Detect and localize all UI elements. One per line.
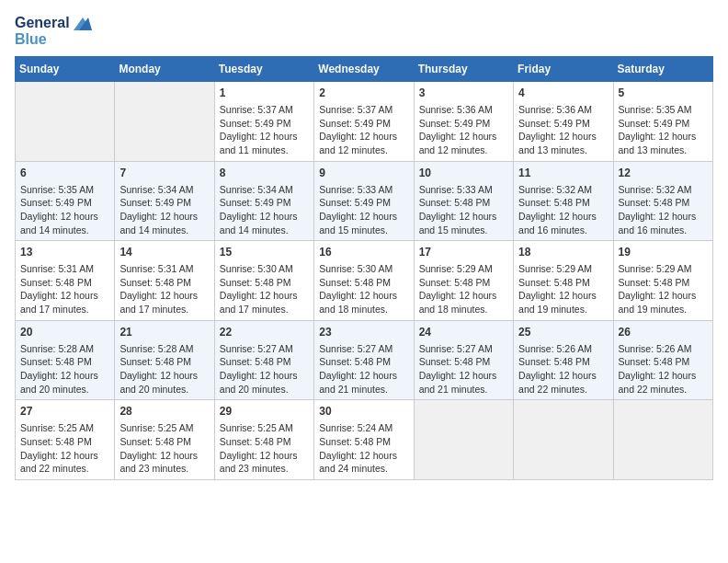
day-info: Sunrise: 5:30 AM Sunset: 5:48 PM Dayligh… <box>319 262 408 316</box>
day-info: Sunrise: 5:36 AM Sunset: 5:49 PM Dayligh… <box>518 103 608 157</box>
day-info: Sunrise: 5:27 AM Sunset: 5:48 PM Dayligh… <box>220 342 309 396</box>
day-info: Sunrise: 5:27 AM Sunset: 5:48 PM Dayligh… <box>419 342 508 396</box>
calendar-cell: 18Sunrise: 5:29 AM Sunset: 5:48 PM Dayli… <box>514 241 613 321</box>
calendar-cell: 19Sunrise: 5:29 AM Sunset: 5:48 PM Dayli… <box>613 241 712 321</box>
calendar-cell: 15Sunrise: 5:30 AM Sunset: 5:48 PM Dayli… <box>214 241 313 321</box>
calendar-cell: 17Sunrise: 5:29 AM Sunset: 5:48 PM Dayli… <box>414 241 513 321</box>
calendar-cell: 23Sunrise: 5:27 AM Sunset: 5:48 PM Dayli… <box>314 320 414 400</box>
calendar-cell: 2Sunrise: 5:37 AM Sunset: 5:49 PM Daylig… <box>314 82 414 162</box>
day-info: Sunrise: 5:37 AM Sunset: 5:49 PM Dayligh… <box>319 103 408 157</box>
calendar-body: 1Sunrise: 5:37 AM Sunset: 5:49 PM Daylig… <box>16 82 713 480</box>
calendar-week-row: 1Sunrise: 5:37 AM Sunset: 5:49 PM Daylig… <box>16 82 713 162</box>
calendar-week-row: 6Sunrise: 5:35 AM Sunset: 5:49 PM Daylig… <box>16 161 713 241</box>
calendar-table: SundayMondayTuesdayWednesdayThursdayFrid… <box>15 56 713 480</box>
day-number: 9 <box>319 166 408 181</box>
day-number: 8 <box>220 166 309 181</box>
day-number: 5 <box>619 86 708 101</box>
day-info: Sunrise: 5:24 AM Sunset: 5:48 PM Dayligh… <box>319 421 408 476</box>
calendar-cell: 3Sunrise: 5:36 AM Sunset: 5:49 PM Daylig… <box>414 82 513 162</box>
calendar-cell: 30Sunrise: 5:24 AM Sunset: 5:48 PM Dayli… <box>314 400 414 480</box>
day-info: Sunrise: 5:29 AM Sunset: 5:48 PM Dayligh… <box>419 262 508 316</box>
day-number: 20 <box>20 325 109 340</box>
logo-text-blue: Blue <box>15 31 92 48</box>
day-info: Sunrise: 5:30 AM Sunset: 5:48 PM Dayligh… <box>220 262 309 316</box>
day-info: Sunrise: 5:26 AM Sunset: 5:48 PM Dayligh… <box>518 342 608 396</box>
weekday-header-cell: Friday <box>514 57 613 82</box>
calendar-cell: 12Sunrise: 5:32 AM Sunset: 5:48 PM Dayli… <box>613 161 712 241</box>
day-number: 30 <box>319 404 408 419</box>
page-header: General Blue <box>15 15 713 47</box>
day-info: Sunrise: 5:36 AM Sunset: 5:49 PM Dayligh… <box>419 103 508 157</box>
calendar-cell <box>514 400 613 480</box>
day-number: 28 <box>119 404 209 419</box>
calendar-cell <box>613 400 712 480</box>
day-number: 19 <box>619 245 708 260</box>
day-info: Sunrise: 5:29 AM Sunset: 5:48 PM Dayligh… <box>619 262 708 316</box>
day-info: Sunrise: 5:26 AM Sunset: 5:48 PM Dayligh… <box>619 342 708 396</box>
calendar-cell: 20Sunrise: 5:28 AM Sunset: 5:48 PM Dayli… <box>16 320 115 400</box>
calendar-week-row: 27Sunrise: 5:25 AM Sunset: 5:48 PM Dayli… <box>16 400 713 480</box>
logo-arrow-icon <box>74 17 92 30</box>
calendar-cell: 8Sunrise: 5:34 AM Sunset: 5:49 PM Daylig… <box>214 161 313 241</box>
day-number: 22 <box>220 325 309 340</box>
calendar-cell: 27Sunrise: 5:25 AM Sunset: 5:48 PM Dayli… <box>16 400 115 480</box>
day-info: Sunrise: 5:35 AM Sunset: 5:49 PM Dayligh… <box>20 183 109 237</box>
calendar-cell: 16Sunrise: 5:30 AM Sunset: 5:48 PM Dayli… <box>314 241 414 321</box>
day-info: Sunrise: 5:25 AM Sunset: 5:48 PM Dayligh… <box>119 421 209 476</box>
calendar-cell: 21Sunrise: 5:28 AM Sunset: 5:48 PM Dayli… <box>115 320 214 400</box>
day-number: 17 <box>419 245 508 260</box>
day-number: 13 <box>20 245 109 260</box>
calendar-cell: 25Sunrise: 5:26 AM Sunset: 5:48 PM Dayli… <box>514 320 613 400</box>
day-info: Sunrise: 5:31 AM Sunset: 5:48 PM Dayligh… <box>119 262 209 316</box>
day-number: 27 <box>20 404 109 419</box>
weekday-header-cell: Wednesday <box>314 57 414 82</box>
day-info: Sunrise: 5:32 AM Sunset: 5:48 PM Dayligh… <box>619 183 708 237</box>
calendar-week-row: 13Sunrise: 5:31 AM Sunset: 5:48 PM Dayli… <box>16 241 713 321</box>
calendar-cell: 11Sunrise: 5:32 AM Sunset: 5:48 PM Dayli… <box>514 161 613 241</box>
day-info: Sunrise: 5:31 AM Sunset: 5:48 PM Dayligh… <box>20 262 109 316</box>
day-info: Sunrise: 5:28 AM Sunset: 5:48 PM Dayligh… <box>20 342 109 396</box>
weekday-header-cell: Thursday <box>414 57 513 82</box>
calendar-cell <box>115 82 214 162</box>
weekday-header-cell: Saturday <box>613 57 712 82</box>
day-number: 14 <box>119 245 209 260</box>
day-info: Sunrise: 5:25 AM Sunset: 5:48 PM Dayligh… <box>20 421 109 476</box>
day-number: 21 <box>119 325 209 340</box>
calendar-cell: 29Sunrise: 5:25 AM Sunset: 5:48 PM Dayli… <box>214 400 313 480</box>
day-number: 24 <box>419 325 508 340</box>
calendar-cell: 24Sunrise: 5:27 AM Sunset: 5:48 PM Dayli… <box>414 320 513 400</box>
calendar-cell: 10Sunrise: 5:33 AM Sunset: 5:48 PM Dayli… <box>414 161 513 241</box>
day-number: 11 <box>518 166 608 181</box>
day-number: 10 <box>419 166 508 181</box>
calendar-cell <box>414 400 513 480</box>
logo-text-general: General <box>15 15 92 31</box>
weekday-header-cell: Sunday <box>16 57 115 82</box>
day-number: 16 <box>319 245 408 260</box>
day-info: Sunrise: 5:37 AM Sunset: 5:49 PM Dayligh… <box>220 103 309 157</box>
calendar-cell: 1Sunrise: 5:37 AM Sunset: 5:49 PM Daylig… <box>214 82 313 162</box>
calendar-week-row: 20Sunrise: 5:28 AM Sunset: 5:48 PM Dayli… <box>16 320 713 400</box>
calendar-cell <box>16 82 115 162</box>
weekday-header-row: SundayMondayTuesdayWednesdayThursdayFrid… <box>16 57 713 82</box>
day-number: 12 <box>619 166 708 181</box>
weekday-header-cell: Monday <box>115 57 214 82</box>
day-info: Sunrise: 5:34 AM Sunset: 5:49 PM Dayligh… <box>220 183 309 237</box>
day-info: Sunrise: 5:32 AM Sunset: 5:48 PM Dayligh… <box>518 183 608 237</box>
logo: General Blue <box>15 15 92 47</box>
calendar-cell: 22Sunrise: 5:27 AM Sunset: 5:48 PM Dayli… <box>214 320 313 400</box>
day-info: Sunrise: 5:33 AM Sunset: 5:48 PM Dayligh… <box>419 183 508 237</box>
day-number: 6 <box>20 166 109 181</box>
calendar-cell: 9Sunrise: 5:33 AM Sunset: 5:49 PM Daylig… <box>314 161 414 241</box>
day-info: Sunrise: 5:27 AM Sunset: 5:48 PM Dayligh… <box>319 342 408 396</box>
calendar-cell: 5Sunrise: 5:35 AM Sunset: 5:49 PM Daylig… <box>613 82 712 162</box>
calendar-cell: 7Sunrise: 5:34 AM Sunset: 5:49 PM Daylig… <box>115 161 214 241</box>
day-number: 7 <box>119 166 209 181</box>
day-number: 3 <box>419 86 508 101</box>
day-number: 26 <box>619 325 708 340</box>
weekday-header-cell: Tuesday <box>214 57 313 82</box>
calendar-cell: 26Sunrise: 5:26 AM Sunset: 5:48 PM Dayli… <box>613 320 712 400</box>
day-number: 4 <box>518 86 608 101</box>
calendar-cell: 13Sunrise: 5:31 AM Sunset: 5:48 PM Dayli… <box>16 241 115 321</box>
calendar-cell: 14Sunrise: 5:31 AM Sunset: 5:48 PM Dayli… <box>115 241 214 321</box>
day-info: Sunrise: 5:34 AM Sunset: 5:49 PM Dayligh… <box>119 183 209 237</box>
